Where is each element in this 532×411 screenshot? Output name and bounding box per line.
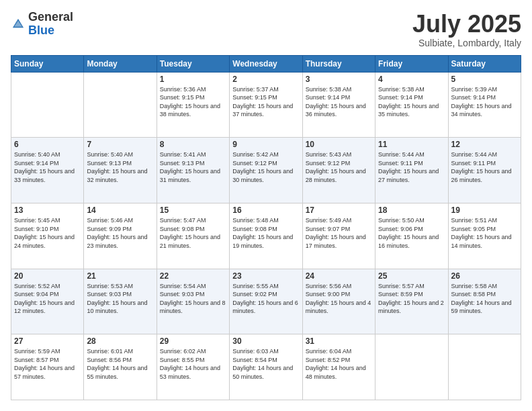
- day-info: Sunrise: 5:41 AMSunset: 9:13 PMDaylight:…: [160, 151, 220, 183]
- day-info: Sunrise: 5:45 AMSunset: 9:10 PMDaylight:…: [14, 217, 75, 249]
- calendar-cell: 28 Sunrise: 6:01 AMSunset: 8:56 PMDaylig…: [84, 334, 157, 400]
- day-info: Sunrise: 5:48 AMSunset: 9:08 PMDaylight:…: [232, 217, 293, 249]
- day-number: 2: [232, 75, 299, 84]
- day-number: 11: [378, 140, 445, 149]
- day-number: 31: [306, 336, 372, 346]
- calendar-cell: [448, 334, 521, 400]
- day-info: Sunrise: 5:37 AMSunset: 9:15 PMDaylight:…: [232, 86, 293, 118]
- day-number: 8: [160, 140, 226, 149]
- calendar-cell: 20 Sunrise: 5:52 AMSunset: 9:04 PMDaylig…: [11, 269, 84, 334]
- day-info: Sunrise: 5:49 AMSunset: 9:07 PMDaylight:…: [306, 217, 366, 249]
- calendar-cell: 26 Sunrise: 5:58 AMSunset: 8:58 PMDaylig…: [448, 269, 521, 334]
- calendar-cell: [84, 72, 157, 138]
- calendar-cell: 1 Sunrise: 5:36 AMSunset: 9:15 PMDayligh…: [157, 72, 229, 138]
- day-number: 15: [160, 205, 226, 215]
- day-info: Sunrise: 5:47 AMSunset: 9:08 PMDaylight:…: [160, 217, 220, 249]
- calendar-cell: 13 Sunrise: 5:45 AMSunset: 9:10 PMDaylig…: [11, 203, 84, 269]
- calendar-week-row: 13 Sunrise: 5:45 AMSunset: 9:10 PMDaylig…: [11, 203, 521, 269]
- calendar-cell: 18 Sunrise: 5:50 AMSunset: 9:06 PMDaylig…: [375, 203, 448, 269]
- day-info: Sunrise: 5:51 AMSunset: 9:05 PMDaylight:…: [451, 217, 512, 249]
- day-number: 16: [232, 205, 299, 215]
- calendar-cell: 23 Sunrise: 5:55 AMSunset: 9:02 PMDaylig…: [230, 269, 302, 334]
- calendar-cell: 10 Sunrise: 5:43 AMSunset: 9:12 PMDaylig…: [302, 138, 375, 203]
- calendar-cell: 22 Sunrise: 5:54 AMSunset: 9:03 PMDaylig…: [157, 269, 229, 334]
- day-info: Sunrise: 5:44 AMSunset: 9:11 PMDaylight:…: [451, 151, 512, 183]
- calendar-day-header: Thursday: [302, 55, 375, 72]
- calendar-cell: 5 Sunrise: 5:39 AMSunset: 9:14 PMDayligh…: [448, 72, 521, 138]
- calendar-cell: 6 Sunrise: 5:40 AMSunset: 9:14 PMDayligh…: [11, 138, 84, 203]
- day-number: 1: [160, 75, 226, 84]
- logo-blue-text: Blue: [28, 24, 54, 37]
- calendar-cell: 4 Sunrise: 5:38 AMSunset: 9:14 PMDayligh…: [375, 72, 448, 138]
- day-number: 7: [87, 140, 153, 149]
- calendar-cell: [375, 334, 448, 400]
- day-info: Sunrise: 5:39 AMSunset: 9:14 PMDaylight:…: [451, 86, 512, 118]
- day-number: 4: [378, 75, 445, 84]
- calendar-cell: 14 Sunrise: 5:46 AMSunset: 9:09 PMDaylig…: [84, 203, 157, 269]
- day-info: Sunrise: 5:57 AMSunset: 8:59 PMDaylight:…: [378, 283, 444, 315]
- calendar-day-header: Sunday: [11, 55, 84, 72]
- calendar-cell: 30 Sunrise: 6:03 AMSunset: 8:54 PMDaylig…: [230, 334, 302, 400]
- day-info: Sunrise: 5:53 AMSunset: 9:03 PMDaylight:…: [87, 283, 147, 315]
- day-info: Sunrise: 5:58 AMSunset: 8:58 PMDaylight:…: [451, 283, 512, 315]
- calendar-cell: 12 Sunrise: 5:44 AMSunset: 9:11 PMDaylig…: [448, 138, 521, 203]
- day-info: Sunrise: 5:56 AMSunset: 9:00 PMDaylight:…: [306, 283, 371, 315]
- calendar-cell: 21 Sunrise: 5:53 AMSunset: 9:03 PMDaylig…: [84, 269, 157, 334]
- page: General Blue July 2025 Sulbiate, Lombard…: [0, 0, 532, 411]
- day-number: 19: [451, 205, 518, 215]
- calendar-cell: 2 Sunrise: 5:37 AMSunset: 9:15 PMDayligh…: [230, 72, 302, 138]
- day-number: 9: [232, 140, 299, 149]
- logo-icon: [11, 17, 26, 32]
- day-info: Sunrise: 6:03 AMSunset: 8:54 PMDaylight:…: [232, 348, 293, 380]
- day-info: Sunrise: 5:50 AMSunset: 9:06 PMDaylight:…: [378, 217, 439, 249]
- calendar-header-row: SundayMondayTuesdayWednesdayThursdayFrid…: [11, 55, 521, 72]
- day-info: Sunrise: 5:42 AMSunset: 9:12 PMDaylight:…: [232, 151, 293, 183]
- calendar-week-row: 20 Sunrise: 5:52 AMSunset: 9:04 PMDaylig…: [11, 269, 521, 334]
- calendar-day-header: Wednesday: [230, 55, 302, 72]
- calendar-cell: 16 Sunrise: 5:48 AMSunset: 9:08 PMDaylig…: [230, 203, 302, 269]
- day-number: 17: [306, 205, 372, 215]
- calendar-cell: 17 Sunrise: 5:49 AMSunset: 9:07 PMDaylig…: [302, 203, 375, 269]
- logo: General Blue: [11, 11, 73, 38]
- calendar-cell: 31 Sunrise: 6:04 AMSunset: 8:52 PMDaylig…: [302, 334, 375, 400]
- day-info: Sunrise: 5:52 AMSunset: 9:04 PMDaylight:…: [14, 283, 75, 315]
- day-number: 3: [306, 75, 372, 84]
- calendar-cell: 25 Sunrise: 5:57 AMSunset: 8:59 PMDaylig…: [375, 269, 448, 334]
- calendar-day-header: Saturday: [448, 55, 521, 72]
- day-number: 20: [14, 271, 81, 281]
- day-number: 29: [160, 336, 226, 346]
- day-info: Sunrise: 5:40 AMSunset: 9:14 PMDaylight:…: [14, 151, 75, 183]
- day-number: 26: [451, 271, 518, 281]
- day-info: Sunrise: 6:04 AMSunset: 8:52 PMDaylight:…: [306, 348, 366, 380]
- day-number: 21: [87, 271, 153, 281]
- calendar-day-header: Monday: [84, 55, 157, 72]
- day-number: 28: [87, 336, 153, 346]
- calendar-week-row: 27 Sunrise: 5:59 AMSunset: 8:57 PMDaylig…: [11, 334, 521, 400]
- day-number: 22: [160, 271, 226, 281]
- day-info: Sunrise: 5:55 AMSunset: 9:02 PMDaylight:…: [232, 283, 298, 315]
- day-info: Sunrise: 5:36 AMSunset: 9:15 PMDaylight:…: [160, 86, 220, 118]
- logo-general-text: General: [28, 10, 73, 24]
- day-number: 13: [14, 205, 81, 215]
- calendar-cell: 9 Sunrise: 5:42 AMSunset: 9:12 PMDayligh…: [230, 138, 302, 203]
- day-info: Sunrise: 6:01 AMSunset: 8:56 PMDaylight:…: [87, 348, 147, 380]
- day-number: 25: [378, 271, 445, 281]
- day-number: 6: [14, 140, 81, 149]
- calendar-week-row: 1 Sunrise: 5:36 AMSunset: 9:15 PMDayligh…: [11, 72, 521, 138]
- day-number: 23: [232, 271, 299, 281]
- calendar-cell: 27 Sunrise: 5:59 AMSunset: 8:57 PMDaylig…: [11, 334, 84, 400]
- calendar-cell: 3 Sunrise: 5:38 AMSunset: 9:14 PMDayligh…: [302, 72, 375, 138]
- day-info: Sunrise: 5:54 AMSunset: 9:03 PMDaylight:…: [160, 283, 226, 315]
- day-info: Sunrise: 5:44 AMSunset: 9:11 PMDaylight:…: [378, 151, 439, 183]
- day-info: Sunrise: 5:40 AMSunset: 9:13 PMDaylight:…: [87, 151, 147, 183]
- calendar-day-header: Tuesday: [157, 55, 229, 72]
- day-info: Sunrise: 5:38 AMSunset: 9:14 PMDaylight:…: [378, 86, 439, 118]
- calendar-cell: 15 Sunrise: 5:47 AMSunset: 9:08 PMDaylig…: [157, 203, 229, 269]
- calendar-cell: [11, 72, 84, 138]
- day-number: 5: [451, 75, 518, 84]
- day-info: Sunrise: 5:46 AMSunset: 9:09 PMDaylight:…: [87, 217, 147, 249]
- calendar-cell: 7 Sunrise: 5:40 AMSunset: 9:13 PMDayligh…: [84, 138, 157, 203]
- header: General Blue July 2025 Sulbiate, Lombard…: [11, 11, 521, 48]
- day-number: 12: [451, 140, 518, 149]
- calendar-table: SundayMondayTuesdayWednesdayThursdayFrid…: [11, 55, 521, 400]
